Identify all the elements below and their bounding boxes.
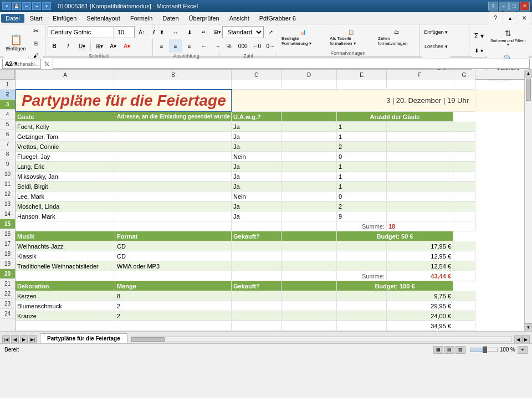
cell-a7[interactable]: Fluegel, Jay xyxy=(16,152,115,162)
cell-e18[interactable] xyxy=(337,261,387,271)
maximize-button[interactable]: □ xyxy=(509,2,519,11)
paste-button[interactable]: 📋 Einfügen xyxy=(3,29,28,58)
h-scroll-thumb[interactable] xyxy=(131,337,165,342)
rownum-3[interactable]: 3 xyxy=(0,100,15,110)
cut-button[interactable]: ✂ xyxy=(29,25,43,37)
cell-d15[interactable] xyxy=(282,231,337,241)
rownum-19[interactable]: 19 xyxy=(0,259,15,269)
zoom-slider[interactable] xyxy=(470,348,498,352)
cell-c23[interactable] xyxy=(232,311,282,321)
rownum-15[interactable]: 15 xyxy=(0,219,15,229)
border-button[interactable]: ⊞▾ xyxy=(93,39,106,53)
rownum-16[interactable]: 16 xyxy=(0,229,15,239)
summe-btn[interactable]: Σ ▾ xyxy=(472,29,486,43)
cell-d22[interactable] xyxy=(282,301,337,311)
dropdown-icon[interactable]: ▾ xyxy=(42,2,51,10)
cell-g4[interactable] xyxy=(453,122,475,132)
align-top-btn[interactable]: ⬆ xyxy=(155,25,168,39)
cell-e21[interactable] xyxy=(337,291,387,301)
scroll-up-btn[interactable]: ▲ xyxy=(525,70,532,77)
increase-font-btn[interactable]: A↑ xyxy=(135,25,149,39)
redo-icon[interactable]: ↪ xyxy=(32,2,41,10)
corner-cell[interactable] xyxy=(0,70,15,80)
cell-e11[interactable]: 0 xyxy=(337,192,387,201)
cell-b6[interactable] xyxy=(115,142,232,152)
cell-d11[interactable] xyxy=(282,192,337,201)
align-mid-btn[interactable]: ↔ xyxy=(169,25,182,39)
cell-a24[interactable] xyxy=(16,321,115,331)
cell-d12[interactable] xyxy=(282,201,337,211)
cell-g21[interactable] xyxy=(453,291,475,301)
rownum-8[interactable]: 8 xyxy=(0,149,15,159)
cell-f4[interactable] xyxy=(387,122,453,132)
rownum-10[interactable]: 10 xyxy=(0,169,15,179)
rownum-6[interactable]: 6 xyxy=(0,130,15,139)
align-left-btn[interactable]: ≡ xyxy=(155,39,168,53)
cell-a5[interactable]: Getzinger, Tom xyxy=(16,132,115,142)
cell-b20[interactable]: Menge xyxy=(115,281,232,291)
cell-b16[interactable]: CD xyxy=(115,241,232,251)
cell-f10[interactable] xyxy=(387,182,453,192)
cell-a11[interactable]: Lee, Mark xyxy=(16,192,115,201)
rownum-9[interactable]: 9 xyxy=(0,159,15,169)
cell-c24[interactable] xyxy=(232,321,282,331)
cell-f24[interactable]: 34,95 € xyxy=(387,321,453,331)
scroll-track-v[interactable] xyxy=(525,77,532,323)
cell-c3[interactable]: U.A.w.g.? xyxy=(232,112,282,122)
rownum-14[interactable]: 14 xyxy=(0,209,15,219)
cell-g14[interactable] xyxy=(453,221,475,231)
cell-f16[interactable]: 17,95 € xyxy=(387,241,453,251)
einfuegen-btn[interactable]: Einfügen ▾ xyxy=(422,25,450,39)
cell-d21[interactable] xyxy=(282,291,337,301)
cell-c9[interactable]: Ja xyxy=(232,172,282,182)
formula-input[interactable] xyxy=(53,59,530,69)
cell-e7[interactable]: 0 xyxy=(337,152,387,162)
underline-button[interactable]: U▾ xyxy=(75,39,89,53)
tab-first-btn[interactable]: |◀ xyxy=(2,335,10,343)
cell-g12[interactable] xyxy=(453,201,475,211)
cell-f11[interactable] xyxy=(387,192,453,201)
cell-b13[interactable] xyxy=(115,211,232,221)
cell-b19[interactable] xyxy=(115,271,232,281)
cell-c18[interactable] xyxy=(232,261,282,271)
cell-c19[interactable] xyxy=(232,271,282,281)
cell-a10[interactable]: Seidl, Birgit xyxy=(16,182,115,192)
close-button[interactable]: ✕ xyxy=(520,2,530,11)
cell-f18[interactable]: 12,54 € xyxy=(387,261,453,271)
cell-d16[interactable] xyxy=(282,241,337,251)
indent-dec-btn[interactable]: ← xyxy=(197,39,211,53)
cell-d6[interactable] xyxy=(282,142,337,152)
cell-e19[interactable]: Summe: xyxy=(337,271,387,281)
cell-c15[interactable]: Gekauft? xyxy=(232,231,282,241)
cell-g10[interactable] xyxy=(453,182,475,192)
cell-b23[interactable]: 2 xyxy=(115,311,232,321)
rownum-18[interactable]: 18 xyxy=(0,249,15,259)
cell-g18[interactable] xyxy=(453,261,475,271)
cell-b7[interactable] xyxy=(115,152,232,162)
cell-f14[interactable]: 18 xyxy=(387,221,453,231)
cell-b22[interactable]: 2 xyxy=(115,301,232,311)
rownum-2[interactable]: 2 xyxy=(0,90,15,100)
tabelle-btn[interactable]: 📋 Als Tabelle formatieren ▾ xyxy=(328,25,375,50)
col-header-f[interactable]: F xyxy=(387,70,453,80)
thousands-btn[interactable]: 000 xyxy=(236,39,249,53)
cell-c20[interactable]: Gekauft? xyxy=(232,281,282,291)
sheet-tab[interactable]: Partypläne für die Feiertage xyxy=(40,333,127,343)
cell-g6[interactable] xyxy=(453,142,475,152)
cell-c21[interactable] xyxy=(232,291,282,301)
bold-button[interactable]: B xyxy=(48,39,61,53)
zellformat-btn[interactable]: 🗂 Zellen­formatvorlagen xyxy=(376,25,417,50)
sort-btn[interactable]: ⇅ Sortieren und Filtern ▾ xyxy=(487,25,529,50)
cell-f1[interactable] xyxy=(387,80,453,90)
cell-c12[interactable]: Ja xyxy=(232,201,282,211)
cell-b9[interactable] xyxy=(115,172,232,182)
italic-button[interactable]: I xyxy=(62,39,75,53)
number-format-select[interactable]: Standard Zahl Währung xyxy=(222,26,264,38)
help-btn[interactable]: ? xyxy=(489,12,502,25)
cell-c7[interactable]: Nein xyxy=(232,152,282,162)
rownum-7[interactable]: 7 xyxy=(0,139,15,149)
cell-d24[interactable] xyxy=(282,321,337,331)
cell-g24[interactable] xyxy=(453,321,475,331)
cell-b24[interactable] xyxy=(115,321,232,331)
rownum-24[interactable]: 24 xyxy=(0,309,15,319)
